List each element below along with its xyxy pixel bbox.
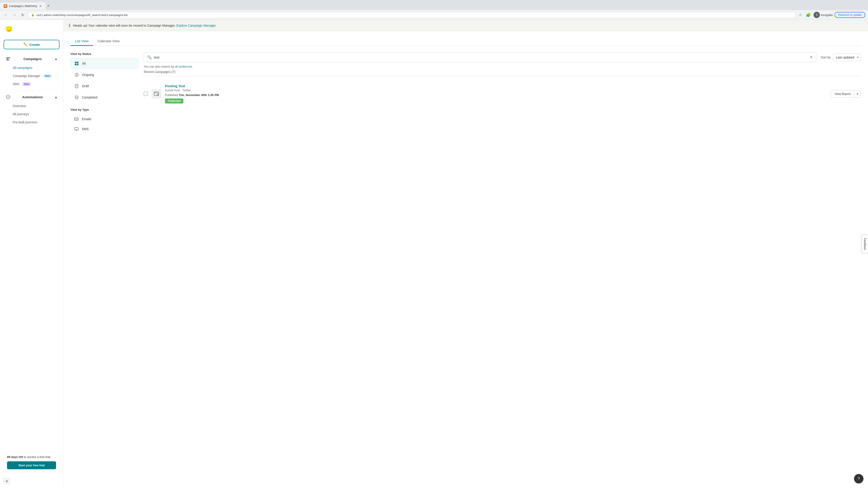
reload-button[interactable]: ↻ xyxy=(20,12,26,18)
status-filter-ongoing[interactable]: Ongoing xyxy=(70,70,138,80)
tab-calendar-view[interactable]: Calendar View xyxy=(93,37,124,46)
sidebar-item-automations[interactable]: Automations ▲ xyxy=(2,92,61,102)
campaign-date: Published Thu, November 30th 1:45 PM xyxy=(165,93,827,97)
overview-label: Overview xyxy=(13,104,26,108)
view-tabs: List View Calendar View xyxy=(70,37,861,46)
emails-icon xyxy=(74,116,79,122)
campaign-manager-label: Campaign Manager xyxy=(13,74,40,78)
campaign-checkbox[interactable] xyxy=(144,92,148,96)
incognito-button[interactable]: S Incognito xyxy=(813,12,833,18)
status-filter-completed[interactable]: Completed xyxy=(70,92,138,103)
browser-toolbar: ← → ↻ 🔒 ☆ 🧩 S Incognito Relaunch to upda… xyxy=(0,10,868,20)
clear-search-button[interactable]: ✕ xyxy=(809,55,813,60)
browser-tabs: M Campaigns | Mailchimp ✕ + xyxy=(0,0,868,10)
browser-chrome: M Campaigns | Mailchimp ✕ + ← → ↻ 🔒 ☆ 🧩 … xyxy=(0,0,868,20)
sidebar-item-sms[interactable]: SMS New xyxy=(2,80,61,88)
type-filter-sms-label: SMS xyxy=(82,127,89,131)
tab-favicon: M xyxy=(4,4,7,8)
collapse-sidebar-button[interactable]: ⊞ xyxy=(4,478,10,484)
all-campaigns-label: All campaigns xyxy=(13,66,32,70)
sidebar-item-campaigns[interactable]: Campaigns ▲ xyxy=(2,54,61,64)
relaunch-button[interactable]: Relaunch to update xyxy=(835,12,865,18)
campaigns-toggle-icon: ▲ xyxy=(54,57,58,61)
all-audiences-link[interactable]: all audiences xyxy=(175,65,192,68)
incognito-label: Incognito xyxy=(821,13,833,17)
campaign-name[interactable]: Posting Test xyxy=(165,84,827,88)
view-by-type-label: View by Type xyxy=(70,108,138,111)
trial-banner: 89 days left to access a free trial. Sta… xyxy=(4,452,59,473)
new-tab-button[interactable]: + xyxy=(45,2,52,10)
back-button[interactable]: ← xyxy=(3,12,9,18)
create-button[interactable]: ✏️ Create xyxy=(4,40,59,49)
all-icon xyxy=(74,61,79,66)
sidebar-item-overview[interactable]: Overview xyxy=(2,102,61,110)
view-by-status-label: View by Status xyxy=(70,52,138,56)
main-content: ℹ Heads up! Your calendar view will soon… xyxy=(63,20,868,488)
automations-toggle-icon: ▲ xyxy=(54,95,58,99)
explore-campaign-manager-link[interactable]: Explore Campaign Manager xyxy=(177,24,216,27)
view-report-dropdown-button[interactable]: ▾ xyxy=(854,90,861,97)
status-filter-all-label: All xyxy=(82,62,86,65)
content-area: List View Calendar View View by Status A… xyxy=(63,31,868,488)
view-report-main-button[interactable]: View Report xyxy=(831,90,854,97)
sort-select[interactable]: Last updated xyxy=(833,54,861,61)
completed-icon xyxy=(74,95,79,100)
svg-rect-16 xyxy=(74,118,78,121)
status-list: All Ongoing xyxy=(70,58,138,103)
campaigns-count: Recent Campaigns (7) xyxy=(144,70,861,76)
search-icon: 🔍 xyxy=(147,55,152,59)
automations-label: Automations xyxy=(22,95,43,99)
svg-rect-11 xyxy=(75,64,76,65)
trial-days-left: 89 days left xyxy=(7,455,23,459)
status-filter-all[interactable]: All xyxy=(70,58,138,69)
help-button[interactable]: ? xyxy=(854,474,864,484)
sidebar-item-prebuilt-journeys[interactable]: Pre-built journeys xyxy=(2,118,61,126)
view-report-button[interactable]: View Report ▾ xyxy=(831,90,861,98)
svg-point-7 xyxy=(9,57,10,58)
sidebar-item-all-campaigns[interactable]: All campaigns xyxy=(2,64,61,72)
svg-rect-6 xyxy=(6,60,9,60)
tab-title: Campaigns | Mailchimp xyxy=(9,4,37,8)
view-by-status: View by Status All xyxy=(70,52,138,134)
alert-text: Heads up! Your calendar view will soon b… xyxy=(73,24,216,27)
feedback-tab[interactable]: Feedback xyxy=(862,235,868,254)
logo-svg xyxy=(4,24,13,33)
type-filter-sms[interactable]: SMS xyxy=(70,124,138,134)
sidebar: ✏️ Create Campaigns ▲ All campaigns Camp… xyxy=(0,20,63,488)
sidebar-item-all-journeys[interactable]: All journeys xyxy=(2,110,61,118)
campaigns-label: Campaigns xyxy=(24,57,42,61)
filters-row: View by Status All xyxy=(70,52,861,134)
status-filter-ongoing-label: Ongoing xyxy=(82,73,94,76)
url-input[interactable] xyxy=(36,13,792,17)
alert-icon: ℹ xyxy=(69,23,70,28)
lock-icon: 🔒 xyxy=(31,13,35,17)
search-input[interactable] xyxy=(154,55,807,59)
prebuilt-journeys-label: Pre-built journeys xyxy=(13,121,37,124)
sort-area: Sort by Last updated xyxy=(821,54,861,61)
nav-section: Campaigns ▲ All campaigns Campaign Manag… xyxy=(0,54,63,126)
svg-rect-5 xyxy=(6,59,8,59)
search-sort-row: 🔍 ✕ You can also search by all audiences… xyxy=(144,52,861,68)
type-filter-emails-label: Emails xyxy=(82,117,91,121)
type-filter-emails[interactable]: Emails xyxy=(70,114,138,124)
trial-suffix: to access a free trial. xyxy=(24,455,51,459)
all-journeys-label: All journeys xyxy=(13,112,29,116)
automations-icon xyxy=(5,94,11,100)
svg-rect-12 xyxy=(77,64,79,65)
sidebar-item-campaign-manager[interactable]: Campaign Manager New xyxy=(2,72,61,80)
tab-list-view[interactable]: List View xyxy=(70,37,93,46)
address-bar[interactable]: 🔒 xyxy=(28,12,796,18)
campaign-type-icon xyxy=(151,89,161,99)
tab-close-button[interactable]: ✕ xyxy=(39,4,42,8)
campaign-manager-badge: New xyxy=(43,74,52,78)
sms-label: SMS xyxy=(13,82,20,86)
extensions-button[interactable]: 🧩 xyxy=(805,11,812,18)
draft-icon xyxy=(74,84,79,89)
bookmark-button[interactable]: ☆ xyxy=(798,11,803,18)
alert-banner: ℹ Heads up! Your calendar view will soon… xyxy=(63,20,868,31)
create-label: Create xyxy=(29,43,40,46)
start-trial-button[interactable]: Start your free trial xyxy=(7,461,56,469)
forward-button[interactable]: → xyxy=(11,12,18,18)
status-filter-draft[interactable]: Draft xyxy=(70,81,138,91)
campaign-type: Social Post - Twitter xyxy=(165,89,827,92)
